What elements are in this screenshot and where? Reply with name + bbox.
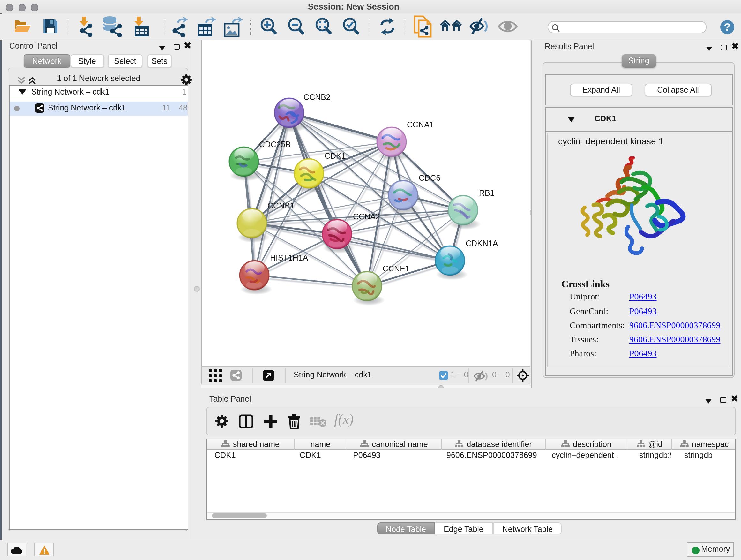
svg-text:CDKN1A: CDKN1A	[466, 239, 498, 247]
svg-text:CDC6: CDC6	[419, 173, 441, 182]
svg-text:CCNE1: CCNE1	[383, 264, 410, 273]
svg-text:CCNB2: CCNB2	[304, 92, 331, 101]
svg-text:HIST1H1A: HIST1H1A	[270, 253, 308, 262]
svg-text:CCNA1: CCNA1	[407, 120, 434, 129]
svg-text:?: ?	[724, 21, 731, 33]
svg-text:CDK1: CDK1	[325, 151, 346, 160]
svg-text:CDC25B: CDC25B	[259, 139, 291, 148]
svg-text:RB1: RB1	[479, 188, 495, 197]
svg-text:CCNA2: CCNA2	[353, 212, 380, 221]
svg-text:CCNB1: CCNB1	[267, 201, 294, 210]
